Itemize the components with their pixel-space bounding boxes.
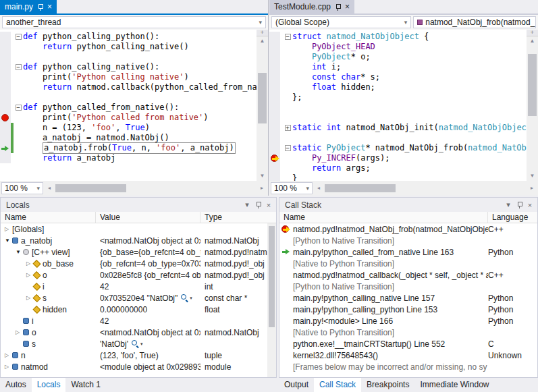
close-icon[interactable]: × — [524, 200, 535, 211]
locals-row[interactable]: ▷o0x028e5fc8 {ob_refcnt=4 ob_natmod.pyd!… — [1, 269, 276, 281]
horizontal-scrollbar[interactable]: ◂ ▸ — [314, 182, 537, 194]
scroll-up-icon[interactable]: ▲ — [257, 36, 268, 46]
locals-row[interactable]: hidden0.000000000float — [1, 304, 276, 315]
code-fold-icon[interactable]: − — [285, 34, 291, 40]
expander-icon[interactable]: ▼ — [16, 249, 23, 255]
splitter-handle-icon[interactable]: + — [257, 30, 268, 36]
indicator-margin[interactable] — [0, 82, 11, 92]
scroll-left-icon[interactable]: ◂ — [314, 182, 323, 194]
indicator-margin[interactable] — [269, 173, 280, 181]
indicator-margin[interactable] — [269, 133, 280, 143]
scroll-up-icon[interactable]: ▲ — [527, 36, 538, 46]
tab-watch-1[interactable]: Watch 1 — [65, 378, 106, 392]
tab-autos[interactable]: Autos — [0, 378, 32, 392]
locals-row[interactable]: i42int — [1, 281, 276, 292]
scroll-right-icon[interactable]: ▸ — [527, 182, 537, 194]
callstack-row[interactable]: [Frames below may be incorrect and/or mi… — [279, 361, 537, 372]
indicator-margin[interactable] — [0, 32, 11, 42]
tab-immediate-window[interactable]: Immediate Window — [414, 378, 494, 392]
locals-row[interactable]: i42 — [1, 315, 276, 327]
indicator-margin[interactable] — [0, 92, 11, 103]
scroll-down-icon[interactable]: ▼ — [257, 171, 268, 181]
indicator-margin[interactable] — [0, 123, 11, 133]
scroll-left-icon[interactable]: ◂ — [45, 182, 54, 194]
tab-breakpoints[interactable]: Breakpoints — [361, 378, 414, 392]
vertical-scrollbar-left[interactable]: + ▲ ▼ — [257, 30, 268, 181]
callstack-row[interactable]: main.py!python_called_from_native Line 1… — [279, 246, 537, 258]
locals-row[interactable]: ▷ob_base{ob_refcnt=4 ob_type=0x703natmod… — [1, 258, 276, 269]
indicator-margin[interactable] — [269, 62, 280, 72]
locals-row[interactable]: ▼a_natobj<natmod.NatObj object at 0xnatm… — [1, 235, 276, 246]
zoom-dropdown[interactable]: 100 % ▾ — [1, 182, 43, 194]
callstack-row[interactable]: [Native to Python Transition] — [279, 258, 537, 269]
callstack-row[interactable]: [Native to Python Transition] — [279, 327, 537, 338]
indicator-margin[interactable] — [269, 52, 280, 62]
locals-row[interactable]: ▷n(123, 'foo', True)tuple — [1, 349, 276, 361]
indicator-margin[interactable] — [269, 123, 280, 133]
tab-call-stack[interactable]: Call Stack — [314, 378, 361, 392]
pin-icon[interactable] — [514, 200, 524, 211]
member-dropdown[interactable]: natmod_NatObj_frob(natmod_ ▾ — [413, 16, 536, 28]
zoom-dropdown[interactable]: 100 % ▾ — [271, 182, 313, 194]
indicator-margin[interactable] — [269, 82, 280, 92]
expander-icon[interactable]: ▷ — [5, 352, 12, 358]
scroll-right-icon[interactable]: ▸ — [257, 182, 267, 194]
locals-row[interactable]: ▷natmod<module object at 0x029893fmodule — [1, 361, 276, 372]
callstack-row[interactable]: natmod.pyd!natmod_callback(_object * sel… — [279, 269, 537, 281]
pin-icon[interactable] — [335, 3, 341, 11]
tab-main-py[interactable]: main.py × — [0, 0, 57, 13]
expander-icon[interactable]: ▷ — [5, 364, 12, 370]
indicator-margin[interactable] — [0, 62, 11, 72]
indicator-margin[interactable] — [269, 153, 280, 163]
magnifier-icon[interactable] — [181, 294, 188, 302]
close-icon[interactable]: × — [263, 200, 274, 211]
indicator-margin[interactable] — [0, 133, 11, 143]
thread-dropdown[interactable]: another_thread ▾ — [2, 16, 266, 28]
code-editor-testmodule-cpp[interactable]: −struct natmod_NatObjObject { PyObject_H… — [269, 30, 527, 181]
tab-locals[interactable]: Locals — [32, 378, 66, 392]
visualizer-dropdown-icon[interactable]: ▾ — [140, 341, 143, 347]
callstack-row[interactable]: main.py!python_calling_python Line 153Py… — [279, 304, 537, 315]
callstack-row[interactable]: [Python to Native Transition] — [279, 281, 537, 292]
indicator-margin[interactable] — [0, 153, 11, 163]
code-fold-icon[interactable]: − — [16, 34, 22, 40]
locals-row[interactable]: ▷o<natmod.NatObj object at 0xnatmod.NatO… — [1, 327, 276, 338]
code-fold-icon[interactable]: − — [16, 64, 22, 70]
visualizer-dropdown-icon[interactable]: ▾ — [190, 296, 192, 301]
magnifier-icon[interactable] — [132, 340, 139, 347]
callstack-row[interactable]: main.py!<module> Line 166Python — [279, 315, 537, 327]
vertical-scrollbar[interactable] — [267, 223, 276, 377]
scrollbar-thumb[interactable] — [258, 73, 267, 123]
expander-icon[interactable]: ▼ — [5, 237, 12, 244]
callstack-row[interactable]: [Python to Native Transition] — [279, 235, 537, 246]
code-fold-icon[interactable]: + — [285, 125, 291, 131]
splitter-handle-icon[interactable]: + — [527, 30, 538, 36]
indicator-margin[interactable] — [0, 143, 11, 153]
indicator-margin[interactable] — [269, 72, 280, 82]
callstack-row[interactable]: python.exe!__tmainCRTStartup() Line 552C — [279, 338, 537, 349]
window-position-icon[interactable]: ▾ — [242, 200, 252, 211]
breakpoint-icon[interactable] — [1, 114, 9, 121]
pin-icon[interactable] — [252, 200, 263, 211]
callstack-panel-titlebar[interactable]: Call Stack ▾ × — [279, 198, 537, 212]
callstack-row[interactable]: natmod.pyd!natmod_NatObj_frob(natmod_Nat… — [279, 223, 537, 235]
indicator-margin[interactable] — [269, 42, 280, 52]
indicator-margin[interactable] — [0, 103, 11, 113]
scrollbar-thumb[interactable] — [269, 226, 275, 327]
pin-icon[interactable] — [37, 3, 43, 11]
close-icon[interactable]: × — [47, 3, 52, 11]
tab-output[interactable]: Output — [279, 378, 314, 392]
horizontal-scrollbar[interactable]: ◂ ▸ — [45, 182, 267, 194]
code-fold-icon[interactable]: − — [285, 145, 291, 151]
code-fold-icon[interactable]: − — [16, 105, 22, 111]
scrollbar-thumb[interactable] — [528, 54, 537, 116]
locals-row[interactable]: ▼[C++ view]{ob_base={ob_refcnt=4 ob_tyna… — [1, 246, 276, 258]
scrollbar-thumb[interactable] — [325, 184, 396, 192]
window-position-icon[interactable]: ▾ — [503, 200, 514, 211]
indicator-margin[interactable] — [0, 52, 11, 62]
indicator-margin[interactable] — [0, 113, 11, 123]
vertical-scrollbar-right[interactable]: + ▲ ▼ — [527, 30, 538, 181]
locals-row[interactable]: ▷s0x703520e4 "NatObj"▾const char * — [1, 292, 276, 304]
indicator-margin[interactable] — [269, 103, 280, 113]
scrollbar-track[interactable] — [257, 46, 268, 171]
